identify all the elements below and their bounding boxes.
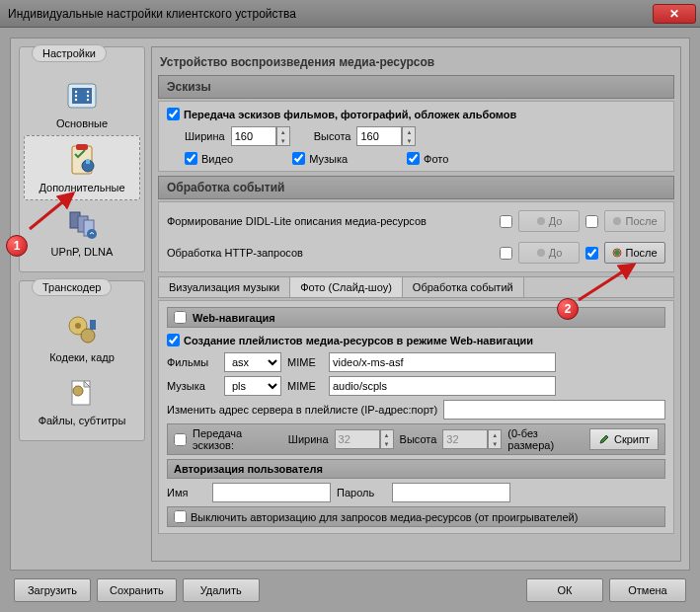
didl-before-checkbox[interactable] (500, 215, 512, 228)
section-thumbnails: Эскизы (158, 75, 674, 99)
films-mime-input[interactable] (329, 352, 556, 372)
pencil-icon (598, 433, 610, 445)
music-mime-input[interactable] (329, 376, 556, 396)
server-addr-input[interactable] (443, 400, 665, 420)
svg-line-28 (579, 265, 634, 300)
svg-rect-19 (90, 320, 96, 330)
arrow-1-icon (26, 188, 79, 233)
close-button[interactable]: ✕ (653, 4, 696, 24)
mime-label: MIME (287, 356, 323, 368)
gear-icon (536, 216, 546, 226)
film-box-icon (62, 76, 102, 115)
window-title: Индивидуальные настройки клиентского уст… (4, 7, 653, 21)
tab-photo-slideshow[interactable]: Фото (Слайд-шоу) (290, 277, 403, 297)
save-button[interactable]: Сохранить (97, 578, 177, 602)
playlists-checkbox[interactable]: Создание плейлистов медиа-ресурсов в реж… (167, 332, 665, 348)
pass-label: Пароль (337, 487, 386, 498)
titlebar: Индивидуальные настройки клиентского уст… (0, 0, 700, 28)
thumb-height-field[interactable]: ▲▼ (356, 126, 416, 146)
svg-point-3 (75, 95, 77, 97)
svg-rect-9 (76, 144, 88, 150)
spin-up-icon[interactable]: ▲ (277, 127, 289, 136)
page-title: Устройство воспроизведения медиа-ресурсо… (158, 51, 674, 73)
tab-event-handling[interactable]: Обработка событий (403, 277, 524, 297)
thumb-transfer-checkbox[interactable] (174, 433, 187, 446)
http-before-button: До (518, 242, 580, 264)
nav-group-title: Настройки (32, 44, 107, 62)
sidebar-item-codecs[interactable]: Кодеки, кадр (24, 306, 140, 369)
svg-point-2 (75, 91, 77, 93)
spin-down-icon[interactable]: ▼ (403, 136, 415, 145)
spin-down-icon[interactable]: ▼ (277, 136, 289, 145)
svg-point-18 (81, 329, 95, 343)
gear-icon (612, 248, 622, 258)
event-didl-label: Формирование DIDL-Lite описания медиа-ре… (167, 215, 494, 227)
document-gear-icon (62, 373, 102, 413)
cancel-button[interactable]: Отмена (609, 578, 686, 602)
tab-music-vis[interactable]: Визуализация музыки (159, 277, 290, 297)
nav-group-title: Транскодер (32, 278, 112, 296)
music-label: Музыка (167, 380, 218, 392)
gear-icon (612, 216, 622, 226)
music-checkbox[interactable]: Музыка (292, 152, 348, 165)
arrow-2-icon (575, 261, 640, 304)
svg-point-25 (614, 250, 620, 256)
thumb-width-field[interactable]: ▲▼ (231, 126, 290, 146)
clipboard-tools-icon (62, 140, 102, 180)
load-button[interactable]: Загрузить (14, 578, 91, 602)
photo-checkbox[interactable]: Фото (407, 152, 448, 165)
height-label: Высота (314, 130, 351, 142)
spin-up-icon[interactable]: ▲ (403, 127, 415, 136)
width-label: Ширина (185, 130, 225, 142)
films-label: Фильмы (167, 356, 218, 368)
section-events: Обработка событий (158, 176, 674, 199)
svg-line-27 (30, 193, 73, 229)
svg-point-15 (87, 229, 97, 239)
sidebar-item-files[interactable]: Файлы, субтитры (24, 369, 140, 432)
gears-film-icon (62, 310, 102, 349)
svg-point-23 (613, 217, 621, 225)
svg-point-7 (87, 99, 89, 101)
didl-before-button: До (518, 210, 580, 232)
nav-group-settings: Настройки Основные Дополнительные (19, 46, 145, 272)
ok-button[interactable]: ОК (526, 578, 603, 602)
thumb-transfer-row: Передача эскизов: Ширина ▲▼ Высота ▲▼ (0… (167, 423, 665, 455)
svg-point-17 (75, 323, 81, 329)
thumbs-transfer-checkbox[interactable]: Передача эскизов фильмов, фотографий, об… (167, 108, 665, 120)
video-checkbox[interactable]: Видео (185, 152, 233, 165)
music-ext-select[interactable]: pls (224, 376, 281, 396)
svg-rect-11 (86, 160, 90, 164)
gear-icon (536, 248, 546, 258)
disable-auth-checkbox[interactable]: Выключить авторизацию для запросов медиа… (167, 506, 665, 527)
name-label: Имя (167, 487, 206, 498)
callout-1: 1 (6, 235, 28, 257)
mime-label: MIME (287, 380, 323, 392)
sidebar: Настройки Основные Дополнительные (19, 46, 145, 562)
settings-panel: Устройство воспроизведения медиа-ресурсо… (151, 46, 681, 562)
nav-group-transcoder: Транскодер Кодеки, кадр Файлы, субтитры (19, 280, 145, 441)
nav-thumb-height[interactable] (442, 429, 488, 449)
bottom-bar: Загрузить Сохранить Удалить ОК Отмена (10, 578, 690, 602)
http-after-checkbox[interactable] (585, 247, 598, 260)
svg-point-24 (537, 249, 545, 257)
http-before-checkbox[interactable] (500, 247, 512, 260)
svg-point-6 (87, 95, 89, 97)
films-ext-select[interactable]: asx (224, 352, 281, 372)
svg-point-5 (87, 91, 89, 93)
delete-button[interactable]: Удалить (183, 578, 260, 602)
auth-header: Авторизация пользователя (167, 459, 665, 479)
svg-point-21 (73, 386, 83, 396)
auth-name-input[interactable] (212, 483, 331, 502)
callout-2: 2 (557, 298, 579, 320)
script-button[interactable]: Скрипт (589, 428, 659, 450)
svg-point-22 (537, 217, 545, 225)
didl-after-checkbox[interactable] (585, 215, 598, 228)
auth-pass-input[interactable] (392, 483, 510, 502)
server-addr-label: Изменить адрес сервера в плейлисте (IP-а… (167, 404, 437, 416)
event-http-label: Обработка HTTP-запросов (167, 247, 494, 259)
didl-after-button: После (604, 210, 665, 232)
svg-point-4 (75, 99, 77, 101)
sidebar-item-main[interactable]: Основные (24, 72, 140, 135)
nav-thumb-width[interactable] (335, 429, 380, 449)
webnav-header[interactable]: Web-навигация (167, 307, 665, 328)
